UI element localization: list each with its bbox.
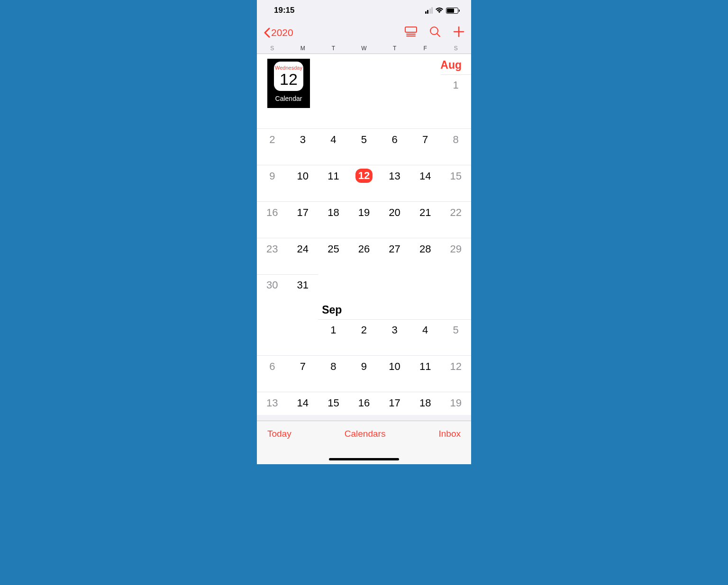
day-cell[interactable] (318, 74, 349, 128)
day-cell[interactable]: 17 (288, 202, 318, 238)
weekday-label: F (410, 45, 441, 52)
week-divider-partial (318, 319, 471, 320)
calendar-icon-day: 12 (280, 71, 298, 87)
day-cell[interactable]: 7 (288, 356, 318, 392)
list-view-icon (405, 27, 417, 37)
day-cell[interactable]: 18 (318, 202, 349, 238)
calendar-scroll-area[interactable]: Aug 1 2 3 4 5 6 7 8 (257, 54, 471, 415)
day-cell[interactable]: 11 (318, 165, 349, 201)
day-cell[interactable]: 3 (288, 129, 318, 165)
day-cell[interactable]: 6 (257, 356, 288, 392)
day-cell[interactable]: 23 (257, 238, 288, 274)
day-cell[interactable]: 25 (318, 238, 349, 274)
wifi-icon (435, 7, 444, 14)
day-cell[interactable]: 19 (440, 392, 471, 415)
day-cell[interactable]: 6 (379, 129, 410, 165)
day-cell[interactable]: 10 (379, 356, 410, 392)
day-cell[interactable]: 9 (349, 356, 380, 392)
month-underline (441, 74, 471, 75)
day-cell[interactable]: 3 (379, 319, 410, 355)
inbox-button[interactable]: Inbox (439, 429, 461, 439)
search-button[interactable] (429, 26, 441, 39)
weekday-label: T (318, 45, 349, 52)
calendar-app-icon: Wednesday 12 (274, 62, 303, 91)
phone-screen: 19:15 2020 S (257, 0, 471, 464)
day-cell[interactable]: 14 (288, 392, 318, 415)
day-cell[interactable]: 9 (257, 165, 288, 201)
weekday-label: S (257, 45, 288, 52)
day-cell[interactable]: 17 (379, 392, 410, 415)
cellular-signal-icon (425, 7, 433, 14)
day-cell[interactable]: 13 (379, 165, 410, 201)
day-cell[interactable]: 18 (410, 392, 441, 415)
day-cell[interactable]: 19 (349, 202, 380, 238)
day-cell[interactable]: 10 (288, 165, 318, 201)
day-cell[interactable]: 16 (349, 392, 380, 415)
day-cell[interactable]: 20 (379, 202, 410, 238)
day-cell-today[interactable]: 12 (349, 165, 380, 201)
day-cell[interactable]: 8 (318, 356, 349, 392)
day-cell[interactable]: 16 (257, 202, 288, 238)
day-cell[interactable]: 1 (440, 74, 471, 128)
day-cell[interactable]: 21 (410, 202, 441, 238)
today-indicator: 12 (355, 169, 373, 183)
nav-right-group (405, 26, 464, 39)
day-cell[interactable] (257, 319, 288, 355)
day-cell[interactable]: 2 (257, 129, 288, 165)
day-cell[interactable]: 22 (440, 202, 471, 238)
week-divider-partial (257, 274, 318, 275)
app-icon-overlay[interactable]: Wednesday 12 Calendar (267, 59, 310, 108)
bottom-toolbar: Today Calendars Inbox (257, 421, 471, 464)
day-cell[interactable] (379, 74, 410, 128)
battery-icon (446, 8, 460, 14)
svg-line-4 (437, 34, 440, 36)
day-cell[interactable] (349, 74, 380, 128)
day-cell[interactable]: 4 (410, 319, 441, 355)
day-cell[interactable]: 5 (349, 129, 380, 165)
svg-rect-0 (405, 27, 417, 32)
weekday-header: S M T W T F S (257, 44, 471, 54)
day-cell[interactable]: 15 (440, 165, 471, 201)
search-icon (429, 26, 441, 37)
status-time: 19:15 (274, 6, 294, 15)
plus-icon (453, 26, 464, 37)
calendars-button[interactable]: Calendars (345, 429, 386, 439)
day-cell[interactable]: 1 (318, 319, 349, 355)
day-cell[interactable]: 8 (440, 129, 471, 165)
day-cell[interactable] (288, 319, 318, 355)
weekday-label: T (379, 45, 410, 52)
day-cell[interactable]: 14 (410, 165, 441, 201)
day-cell[interactable]: 5 (440, 319, 471, 355)
day-cell[interactable]: 29 (440, 238, 471, 274)
status-right (425, 7, 460, 14)
status-bar: 19:15 (257, 0, 471, 21)
month-section-sep: Sep 1 2 3 4 5 6 7 8 9 10 (257, 299, 471, 415)
today-button[interactable]: Today (267, 429, 291, 439)
day-cell[interactable]: 15 (318, 392, 349, 415)
day-cell[interactable]: 11 (410, 356, 441, 392)
home-indicator[interactable] (329, 458, 399, 460)
app-icon-label: Calendar (275, 95, 302, 102)
back-button[interactable]: 2020 (264, 27, 293, 38)
back-label: 2020 (271, 27, 293, 38)
nav-bar: 2020 (257, 21, 471, 44)
day-cell[interactable]: 27 (379, 238, 410, 274)
day-cell[interactable] (410, 74, 441, 128)
month-label-sep: Sep (318, 299, 349, 319)
day-cell[interactable]: 26 (349, 238, 380, 274)
day-cell[interactable]: 12 (440, 356, 471, 392)
day-cell[interactable]: 24 (288, 238, 318, 274)
day-cell[interactable]: 2 (349, 319, 380, 355)
chevron-left-icon (264, 27, 270, 38)
day-cell[interactable]: 7 (410, 129, 441, 165)
add-button[interactable] (453, 26, 464, 39)
month-label-aug: Aug (440, 54, 471, 74)
weekday-label: W (349, 45, 380, 52)
day-cell[interactable]: 28 (410, 238, 441, 274)
weekday-label: S (440, 45, 471, 52)
day-cell[interactable]: 13 (257, 392, 288, 415)
day-cell[interactable]: 4 (318, 129, 349, 165)
list-view-button[interactable] (405, 27, 417, 39)
weekday-label: M (288, 45, 318, 52)
